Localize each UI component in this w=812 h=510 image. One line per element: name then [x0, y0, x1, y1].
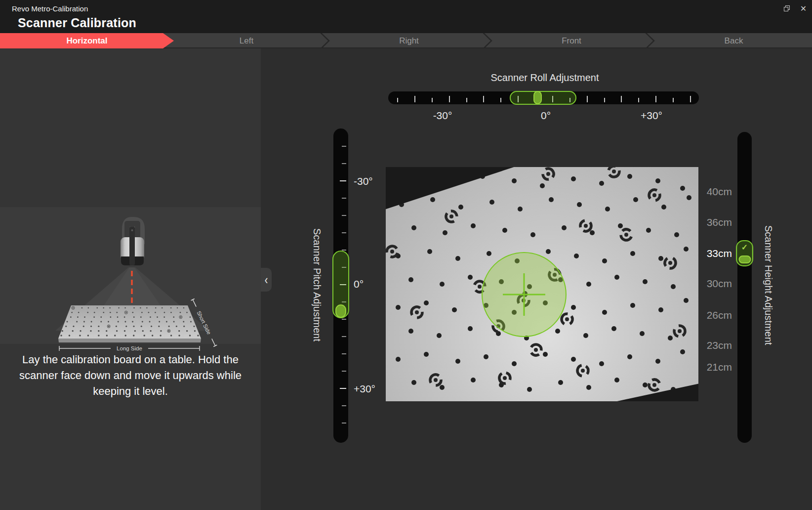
restore-window-button[interactable]: [780, 2, 794, 15]
roll-tick: [655, 96, 656, 102]
pitch-tick: [342, 319, 346, 320]
scanner-front-stripe: [129, 227, 135, 265]
fiducial-dot: [427, 249, 432, 254]
calibration-illustration: Short Side Long Side: [0, 207, 261, 355]
fiducial-dot: [577, 202, 582, 207]
fiducial-dot: [605, 207, 610, 212]
fiducial-dot: [411, 225, 416, 230]
fiducial-ring: [574, 362, 592, 380]
fiducial-dot: [546, 249, 551, 254]
restore-icon: [784, 5, 790, 12]
fiducial-dot: [614, 275, 619, 280]
fiducial-dot: [640, 331, 645, 336]
calibration-step-bar: Left Right Front Back Horizontal: [0, 33, 812, 48]
roll-tick: [673, 98, 674, 102]
step-tab-horizontal-active[interactable]: Horizontal: [0, 33, 174, 48]
height-label-30cm: 30cm: [677, 277, 732, 291]
fiducial-dot: [452, 307, 457, 312]
fiducial-dot: [614, 378, 619, 382]
fiducial-dot: [396, 357, 401, 362]
fiducial-dot: [602, 258, 607, 263]
fiducial-dot: [558, 380, 563, 385]
roll-tick: [587, 96, 588, 102]
roll-tick: [414, 96, 415, 102]
fiducial-dot: [684, 298, 689, 303]
fiducial-dot: [627, 174, 632, 179]
fiducial-ring: [605, 167, 623, 180]
pitch-label-zero: 0°: [354, 278, 388, 290]
long-side-label: Long Side: [117, 345, 142, 351]
step-tab-back[interactable]: Back: [655, 33, 812, 48]
height-level-bubble: [738, 255, 751, 263]
fiducial-ring: [671, 322, 689, 340]
fiducial-dot: [630, 303, 635, 308]
fiducial-dot: [571, 176, 576, 181]
roll-tick: [621, 96, 622, 102]
fiducial-dot: [611, 326, 616, 331]
scanner-lens: [131, 229, 133, 231]
roll-level-bubble: [533, 91, 542, 104]
fiducial-dot: [502, 228, 507, 233]
fiducial-dot: [512, 361, 517, 366]
step-tab-front[interactable]: Front: [493, 33, 650, 48]
pitch-tick: [342, 371, 346, 372]
long-side-dimension: Long Side: [59, 345, 200, 351]
height-label-40cm: 40cm: [677, 185, 732, 199]
roll-tick: [432, 98, 433, 102]
scanner-device: [121, 219, 144, 265]
pitch-tick: [342, 198, 346, 199]
step-tab-left[interactable]: Left: [168, 33, 325, 48]
roll-tick: [466, 98, 467, 102]
fiducial-dot: [627, 354, 632, 359]
roll-label-minus30: -30°: [418, 110, 467, 122]
height-target-zone: ✓: [736, 240, 753, 266]
title-bar: Revo Metro-Calibration ✕ Scanner Calibra…: [0, 0, 812, 33]
fiducial-ring: [443, 208, 460, 225]
fiducial-dot: [440, 282, 445, 287]
pitch-label-minus30: -30°: [354, 175, 388, 187]
pitch-adjustment-title: Scanner Pitch Adjustment: [311, 204, 323, 367]
height-label-23cm: 23cm: [677, 339, 732, 352]
roll-tick: [604, 98, 605, 102]
fiducial-dot: [512, 178, 517, 183]
roll-tick: [500, 98, 501, 102]
fiducial-dot: [643, 279, 648, 284]
fiducial-dot: [586, 385, 591, 390]
check-icon: ✓: [737, 243, 752, 252]
fiducial-dot: [471, 223, 476, 228]
height-label-21cm: 21cm: [677, 360, 732, 374]
fiducial-dot: [646, 228, 651, 233]
chevron-left-icon: ‹: [265, 273, 268, 286]
fiducial-dot: [455, 256, 460, 261]
pitch-tick: [342, 405, 346, 406]
pitch-label-plus30: +30°: [354, 383, 388, 395]
fiducial-dot: [455, 359, 460, 364]
fiducial-dot: [411, 380, 416, 385]
pitch-tick: [342, 336, 346, 337]
fiducial-dot: [602, 310, 607, 315]
roll-tick: [638, 98, 639, 102]
height-slider-track[interactable]: [737, 132, 752, 443]
fiducial-dot: [530, 232, 535, 237]
collapse-panel-button[interactable]: ‹: [261, 268, 272, 292]
fiducial-ring: [646, 376, 663, 394]
step-tab-right[interactable]: Right: [330, 33, 487, 48]
fiducial-ring: [527, 341, 545, 359]
roll-label-plus30: +30°: [627, 110, 676, 122]
page-title: Scanner Calibration: [18, 16, 136, 30]
fiducial-dot: [549, 197, 554, 202]
fiducial-dot: [518, 207, 523, 212]
close-window-button[interactable]: ✕: [797, 2, 810, 15]
roll-label-zero: 0°: [521, 110, 570, 122]
fiducial-dot: [571, 357, 576, 362]
pitch-tick: [342, 232, 346, 233]
fiducial-dot: [396, 305, 401, 310]
fiducial-dot: [655, 178, 660, 183]
camera-preview: [386, 167, 698, 401]
fiducial-dot: [443, 230, 447, 235]
fiducial-dot: [630, 251, 635, 256]
fiducial-dot: [599, 361, 604, 366]
fiducial-dot: [468, 326, 473, 331]
roll-adjustment-title: Scanner Roll Adjustment: [446, 72, 644, 84]
fiducial-dot: [633, 197, 638, 202]
